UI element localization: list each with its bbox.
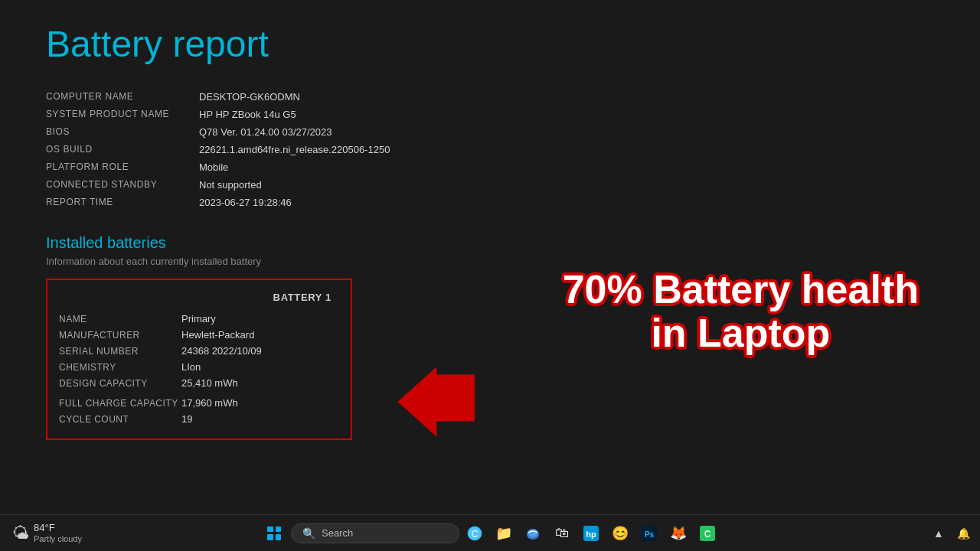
overlay-line2: in Laptop: [563, 311, 919, 355]
battery-key: MANUFACTURER: [59, 327, 181, 343]
battery-value: 25,410 mWh: [181, 375, 332, 391]
battery-info-row: FULL CHARGE CAPACITY17,960 mWh: [59, 391, 332, 411]
battery-info-row: SERIAL NUMBER24368 2022/10/09: [59, 343, 332, 359]
sys-info-key: COMPUTER NAME: [46, 88, 199, 106]
sys-info-row: CONNECTED STANDBYNot supported: [46, 176, 934, 194]
battery-value: Primary: [181, 311, 332, 327]
battery-key: CHEMISTRY: [59, 359, 181, 375]
search-icon: 🔍: [302, 527, 315, 540]
system-info-table: COMPUTER NAMEDESKTOP-GK6ODMNSYSTEM PRODU…: [46, 88, 934, 211]
taskbar-icon-copilot[interactable]: C: [461, 520, 488, 547]
section-subtitle: Information about each currently install…: [46, 256, 934, 267]
battery-value: LIon: [181, 359, 332, 375]
windows-logo-icon: [267, 527, 281, 540]
battery-value: Hewlett-Packard: [181, 327, 332, 343]
overlay-annotation: 70% Battery health in Laptop: [563, 268, 919, 355]
taskbar-icon-hp[interactable]: hp: [577, 520, 605, 547]
arrow-container: [375, 367, 475, 439]
sys-info-row: OS BUILD22621.1.amd64fre.ni_release.2205…: [46, 141, 934, 158]
battery-info-row: CHEMISTRYLIon: [59, 359, 332, 375]
overlay-line1: 70% Battery health: [563, 268, 919, 311]
svg-text:C: C: [704, 529, 711, 540]
search-label: Search: [322, 527, 353, 539]
taskbar-icon-file-explorer[interactable]: 📁: [490, 520, 518, 547]
svg-text:C: C: [472, 529, 479, 540]
weather-widget[interactable]: 🌤 84°F Partly cloudy: [6, 519, 90, 547]
taskbar-notification-icon[interactable]: 🔔: [952, 520, 974, 547]
weather-temperature: 84°F: [34, 522, 82, 534]
sys-info-value: DESKTOP-GK6ODMN: [199, 88, 934, 106]
weather-condition: Partly cloudy: [34, 534, 82, 544]
taskbar-center: 🔍 Search C 📁 🛍 hp 😊 Ps 🦊 C: [259, 518, 721, 549]
taskbar-chevron-up[interactable]: ▲: [928, 520, 949, 547]
battery-key: DESIGN CAPACITY: [59, 375, 181, 391]
sys-info-key: SYSTEM PRODUCT NAME: [46, 106, 199, 123]
sys-info-value: Mobile: [199, 158, 934, 176]
sys-info-value: 22621.1.amd64fre.ni_release.220506-1250: [199, 141, 934, 158]
taskbar-icon-edge[interactable]: [519, 520, 547, 547]
svg-marker-1: [398, 367, 475, 436]
taskbar-icon-store[interactable]: 🛍: [548, 520, 576, 547]
sys-info-key: BIOS: [46, 123, 199, 141]
sys-info-value: 2023-06-27 19:28:46: [199, 194, 934, 211]
sys-info-value: HP HP ZBook 14u G5: [199, 106, 934, 123]
start-button[interactable]: [259, 518, 289, 549]
battery-card: BATTERY 1 NAMEPrimaryMANUFACTURERHewlett…: [46, 279, 352, 440]
sys-info-key: CONNECTED STANDBY: [46, 176, 199, 194]
sys-info-row: COMPUTER NAMEDESKTOP-GK6ODMN: [46, 88, 934, 106]
weather-icon: 🌤: [12, 523, 29, 543]
battery-info-table: NAMEPrimaryMANUFACTURERHewlett-PackardSE…: [59, 311, 332, 427]
sys-info-value: Not supported: [199, 176, 934, 194]
taskbar-icon-photoshop[interactable]: Ps: [635, 520, 663, 547]
main-content: Battery report COMPUTER NAMEDESKTOP-GK6O…: [0, 0, 980, 520]
sys-info-key: PLATFORM ROLE: [46, 158, 199, 176]
sys-info-row: BIOSQ78 Ver. 01.24.00 03/27/2023: [46, 123, 934, 141]
sys-info-key: OS BUILD: [46, 141, 199, 158]
battery-value: 19: [181, 411, 332, 427]
taskbar-icon-emoji[interactable]: 😊: [606, 520, 634, 547]
battery-info-row: DESIGN CAPACITY25,410 mWh: [59, 375, 332, 391]
battery-header: BATTERY 1: [59, 292, 332, 303]
svg-text:hp: hp: [586, 530, 596, 539]
battery-info-row: MANUFACTURERHewlett-Packard: [59, 327, 332, 343]
battery-key: SERIAL NUMBER: [59, 343, 181, 359]
page-title: Battery report: [46, 23, 934, 65]
taskbar-right: ▲ 🔔: [928, 520, 974, 547]
sys-info-key: REPORT TIME: [46, 194, 199, 211]
battery-value: 17,960 mWh: [181, 391, 332, 411]
svg-text:Ps: Ps: [645, 530, 655, 539]
taskbar-icon-firefox[interactable]: 🦊: [665, 520, 692, 547]
taskbar: 🌤 84°F Partly cloudy 🔍 Search C 📁: [0, 514, 980, 551]
red-arrow-icon: [375, 367, 475, 436]
battery-key: NAME: [59, 311, 181, 327]
section-title: Installed batteries: [46, 234, 934, 252]
battery-value: 24368 2022/10/09: [181, 343, 332, 359]
battery-info-row: NAMEPrimary: [59, 311, 332, 327]
battery-info-row: CYCLE COUNT19: [59, 411, 332, 427]
sys-info-row: REPORT TIME2023-06-27 19:28:46: [46, 194, 934, 211]
sys-info-row: SYSTEM PRODUCT NAMEHP HP ZBook 14u G5: [46, 106, 934, 123]
taskbar-icon-green[interactable]: C: [694, 520, 721, 547]
search-bar[interactable]: 🔍 Search: [291, 523, 459, 543]
weather-text: 84°F Partly cloudy: [34, 522, 82, 544]
sys-info-row: PLATFORM ROLEMobile: [46, 158, 934, 176]
battery-key: FULL CHARGE CAPACITY: [59, 391, 181, 411]
sys-info-value: Q78 Ver. 01.24.00 03/27/2023: [199, 123, 934, 141]
battery-key: CYCLE COUNT: [59, 411, 181, 427]
